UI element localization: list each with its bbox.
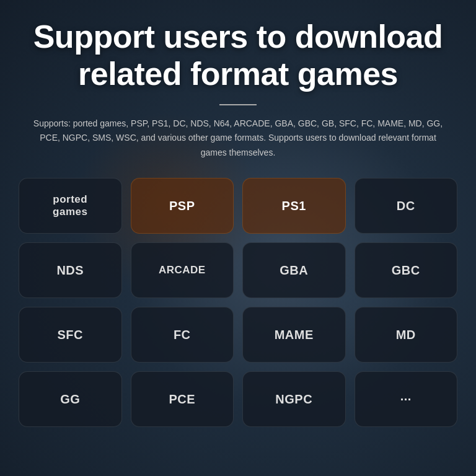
format-card-mame[interactable]: MAME — [242, 307, 346, 363]
card-label-sfc: SFC — [58, 327, 84, 342]
format-grid: ported gamesPSPPS1DCNDSARCADEGBAGBCSFCFC… — [19, 178, 457, 427]
card-label-gg: GG — [60, 392, 80, 407]
card-label-dc: DC — [397, 198, 415, 213]
card-label-gbc: GBC — [392, 263, 420, 278]
card-label-md: MD — [396, 327, 416, 342]
card-label-pce: PCE — [169, 392, 195, 407]
card-label-arcade: ARCADE — [159, 264, 206, 276]
card-label-fc: FC — [174, 327, 191, 342]
format-card-gba[interactable]: GBA — [242, 242, 346, 298]
main-container: Support users to download related format… — [0, 0, 476, 476]
card-label-ngpc: NGPC — [275, 392, 312, 407]
page-title: Support users to download related format… — [33, 19, 443, 93]
subtitle-text: Supports: ported games, PSP, PS1, DC, ND… — [27, 117, 449, 161]
format-card-sfc[interactable]: SFC — [19, 307, 122, 363]
card-label-psp: PSP — [169, 198, 195, 213]
format-card-arcade[interactable]: ARCADE — [131, 242, 234, 298]
format-card-ported-games[interactable]: ported games — [19, 178, 122, 234]
format-card-nds[interactable]: NDS — [19, 242, 122, 298]
format-card-ngpc[interactable]: NGPC — [242, 371, 346, 427]
format-card-more[interactable]: ··· — [355, 371, 458, 427]
title-divider — [219, 104, 257, 105]
format-card-fc[interactable]: FC — [131, 307, 234, 363]
card-label-nds: NDS — [56, 263, 84, 278]
card-label-gba: GBA — [280, 263, 308, 278]
format-card-gbc[interactable]: GBC — [355, 242, 458, 298]
card-label-more: ··· — [400, 392, 412, 407]
card-label-mame: MAME — [275, 327, 314, 342]
card-label-ps1: PS1 — [282, 198, 306, 213]
format-card-gg[interactable]: GG — [19, 371, 122, 427]
format-card-psp[interactable]: PSP — [131, 178, 234, 234]
card-label-ported-games: ported games — [53, 193, 87, 219]
format-card-ps1[interactable]: PS1 — [242, 178, 346, 234]
format-card-md[interactable]: MD — [355, 307, 458, 363]
format-card-dc[interactable]: DC — [355, 178, 458, 234]
format-card-pce[interactable]: PCE — [131, 371, 234, 427]
